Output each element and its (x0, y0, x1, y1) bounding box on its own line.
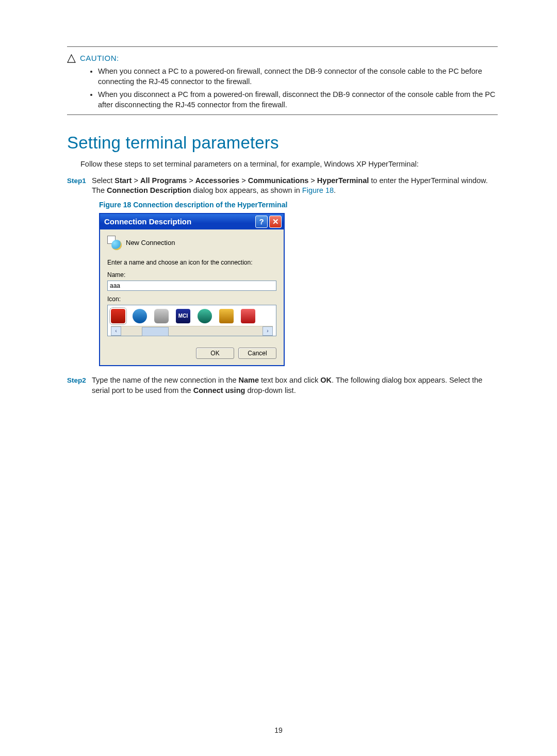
caution-item: When you disconnect a PC from a powered-… (98, 90, 498, 110)
text: text box and click (259, 376, 320, 384)
text: dialog box appears, as shown in (191, 186, 302, 194)
ok-button[interactable]: OK (196, 348, 234, 359)
ui-ref: OK (320, 376, 332, 384)
cancel-button[interactable]: Cancel (238, 348, 276, 359)
menu-path: Start (114, 176, 132, 185)
text: . (334, 186, 336, 194)
scroll-thumb[interactable] (142, 327, 169, 336)
warning-icon: △ (67, 52, 76, 63)
help-icon: ? (259, 217, 264, 227)
figure-caption: Figure 18 Connection description of the … (99, 200, 498, 210)
close-button[interactable]: ✕ (269, 216, 282, 228)
icon-option-modem[interactable] (154, 309, 169, 323)
intro-text: Follow these steps to set terminal param… (80, 159, 498, 170)
caution-item: When you connect a PC to a powered-on fi… (98, 67, 498, 87)
icon-option-globe-teal[interactable] (198, 309, 212, 323)
divider (67, 114, 498, 115)
new-connection-label: New Connection (126, 238, 175, 248)
icon-option-phone-gold[interactable] (219, 309, 234, 323)
close-icon: ✕ (272, 217, 279, 227)
help-button[interactable]: ? (255, 216, 268, 228)
section-heading: Setting terminal parameters (67, 132, 498, 155)
caution-label: CAUTION: (80, 52, 119, 63)
caution-block: △ CAUTION: When you connect a PC to a po… (67, 46, 498, 115)
scroll-left-button[interactable]: ‹ (111, 326, 121, 336)
icon-option-mci[interactable]: MCI (176, 309, 190, 323)
menu-path: Accessories (195, 176, 239, 185)
scroll-track[interactable] (121, 327, 263, 335)
icon-label: Icon: (107, 295, 276, 303)
dialog-title: Connection Description (104, 217, 254, 227)
page-number: 19 (0, 726, 557, 735)
text: Select (92, 176, 114, 185)
icon-picker: MCI ‹ › (107, 305, 276, 336)
text: > (308, 176, 317, 185)
divider (67, 46, 498, 47)
step-body: Select Start > All Programs > Accessorie… (92, 176, 498, 196)
text: > (187, 176, 195, 185)
menu-path: Communications (248, 176, 309, 185)
text: > (239, 176, 248, 185)
icon-scrollbar[interactable]: ‹ › (111, 326, 273, 336)
mci-icon-label: MCI (178, 313, 188, 320)
menu-path: All Programs (140, 176, 187, 185)
menu-path: HyperTerminal (317, 176, 369, 185)
name-input[interactable] (107, 281, 276, 291)
ui-ref: Name (239, 376, 259, 384)
icon-option-globe-blue[interactable] (133, 309, 147, 323)
step-body: Type the name of the new connection in t… (92, 375, 498, 396)
step-1: Step1 Select Start > All Programs > Acce… (67, 176, 498, 196)
text: Type the name of the new connection in t… (92, 376, 239, 384)
dialog-prompt: Enter a name and choose an icon for the … (107, 258, 276, 267)
chevron-right-icon: › (267, 327, 268, 335)
caution-list: When you connect a PC to a powered-on fi… (89, 67, 498, 110)
new-connection-icon (107, 236, 122, 250)
icon-option-handset[interactable] (241, 309, 255, 323)
text: drop-down list. (245, 386, 296, 395)
step-label: Step2 (67, 375, 92, 385)
icon-option-phone-red[interactable] (111, 309, 125, 323)
dialog-titlebar: Connection Description ? ✕ (100, 214, 284, 229)
chevron-left-icon: ‹ (115, 327, 117, 335)
connection-description-dialog: Connection Description ? ✕ New Connectio… (99, 213, 285, 367)
step-2: Step2 Type the name of the new connectio… (67, 375, 498, 396)
ui-ref: Connect using (193, 386, 245, 395)
name-label: Name: (107, 271, 276, 279)
step-label: Step1 (67, 176, 92, 186)
scroll-right-button[interactable]: › (263, 326, 273, 336)
figure-link[interactable]: Figure 18 (302, 186, 334, 194)
text: > (132, 176, 140, 185)
dialog-name: Connection Description (107, 186, 191, 194)
